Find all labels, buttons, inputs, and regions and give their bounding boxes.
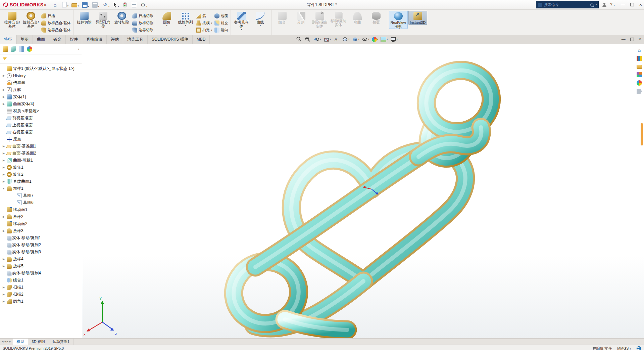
model-3d-heart-knot[interactable]: y x z bbox=[82, 44, 644, 338]
new-document-button[interactable]: ▾ bbox=[60, 1, 70, 8]
reference-geometry-button[interactable]: 参考几何体▾ bbox=[233, 11, 251, 31]
dropdown-arrow[interactable]: ▾ bbox=[260, 24, 261, 27]
custom-properties-icon[interactable] bbox=[637, 89, 642, 94]
sweep-cut-button[interactable]: 扫描切除 bbox=[132, 13, 154, 19]
tree-item-surface-trim1[interactable]: ▶曲面-剪裁1 bbox=[0, 157, 82, 164]
tree-item-loft2[interactable]: ▶放样2 bbox=[0, 213, 82, 220]
dropdown-arrow[interactable]: ▾ bbox=[211, 29, 212, 32]
configurationmanager-tab-icon[interactable] bbox=[19, 46, 24, 52]
tree-item-right-plane[interactable]: 右视基准面 bbox=[0, 129, 82, 136]
tree-item-loft1[interactable]: ▼放样1 bbox=[0, 185, 82, 192]
featuremanager-tab-icon[interactable] bbox=[3, 46, 8, 52]
tab-weldments[interactable]: 焊件 bbox=[66, 35, 82, 44]
expand-arrow-icon[interactable]: ▶ bbox=[2, 293, 5, 296]
extrude-cut-button[interactable]: 拉伸切除 bbox=[75, 11, 93, 24]
tree-item-top-plane[interactable]: 上视基准面 bbox=[0, 122, 82, 129]
section-view-button[interactable]: ▾ bbox=[323, 36, 332, 43]
save-button[interactable]: ▾ bbox=[81, 1, 90, 8]
expand-arrow-icon[interactable]: ▶ bbox=[2, 265, 5, 268]
display-style-button[interactable]: ▾ bbox=[351, 36, 360, 43]
tab-direct-editing[interactable]: 直接编辑 bbox=[82, 35, 107, 44]
undo-button[interactable]: ↺▾ bbox=[101, 1, 111, 8]
logo-flyout-arrow-icon[interactable]: ▶ bbox=[44, 3, 46, 6]
panel-expand-chevron-icon[interactable]: › bbox=[78, 47, 79, 51]
tab-sheet-metal[interactable]: 钣金 bbox=[49, 35, 66, 44]
expand-arrow-icon[interactable]: ▶ bbox=[2, 88, 5, 91]
search-dropdown-arrow-icon[interactable]: ▾ bbox=[596, 3, 597, 6]
tree-item-loft5[interactable]: ▶放样5 bbox=[0, 263, 82, 270]
tab-render-tools[interactable]: 渲染工具 bbox=[123, 35, 148, 44]
expand-arrow-icon[interactable]: ▶ bbox=[2, 102, 5, 105]
tree-item-origin[interactable]: 原点 bbox=[0, 136, 82, 143]
tree-item-body-move-copy2[interactable]: 实体-移动/复制2 bbox=[0, 242, 82, 249]
solidworks-resources-icon[interactable]: ⌂ bbox=[637, 47, 642, 53]
rebuild-button[interactable] bbox=[121, 1, 129, 8]
close-button[interactable]: × bbox=[639, 2, 642, 7]
status-units[interactable]: MMGS ▾ bbox=[617, 346, 631, 350]
extrude-boss-button[interactable]: 拉伸凸台/基体 bbox=[3, 11, 21, 28]
boundary-cut-button[interactable]: 边界切除 bbox=[132, 27, 154, 33]
expand-arrow-icon[interactable]: ▶ bbox=[2, 166, 5, 169]
loft-boss-button[interactable]: 放样凸台/基体 bbox=[41, 20, 71, 26]
tree-item-body-move-copy3[interactable]: 实体-移动/复制3 bbox=[0, 249, 82, 256]
rib-button[interactable]: 筋 bbox=[195, 13, 213, 19]
tree-item-sketch7[interactable]: 草图7 bbox=[0, 192, 82, 199]
maximize-button[interactable] bbox=[630, 3, 634, 6]
tree-item-surface-plane1[interactable]: ▶曲面-基准面1 bbox=[0, 143, 82, 150]
instant3d-button[interactable]: Instant3D bbox=[408, 11, 427, 25]
tree-item-ruled-surface1[interactable]: ▶直纹曲面1 bbox=[0, 178, 82, 185]
scroll-right-icon[interactable]: ▶ bbox=[7, 340, 8, 343]
apply-scene-button[interactable]: ▾ bbox=[380, 36, 389, 43]
tree-item-revolve2[interactable]: ▶旋转2 bbox=[0, 171, 82, 178]
tree-item-body-move-copy1[interactable]: 实体-移动/复制1 bbox=[0, 234, 82, 242]
hide-show-items-button[interactable]: ▾ bbox=[361, 36, 370, 43]
tree-item-solid-bodies[interactable]: ▶实体(1) bbox=[0, 93, 82, 100]
dropdown-arrow[interactable]: ▾ bbox=[241, 28, 242, 31]
displaymanager-tab-icon[interactable] bbox=[27, 46, 32, 52]
tree-item-front-plane[interactable]: 前视基准面 bbox=[0, 115, 82, 122]
expand-arrow-icon[interactable]: ▶ bbox=[2, 159, 5, 162]
revolve-boss-button[interactable]: 旋转凸台/基体 bbox=[22, 11, 40, 28]
expand-arrow-icon[interactable]: ▶ bbox=[2, 258, 5, 261]
tab-features[interactable]: 特征 bbox=[0, 35, 16, 44]
revolve-cut-button[interactable]: 旋转切除 bbox=[113, 11, 131, 24]
graphics-viewport[interactable]: y x z ⌂ bbox=[82, 44, 644, 338]
tree-filter-row[interactable] bbox=[0, 54, 82, 63]
tree-item-revolve1[interactable]: ▶旋转1 bbox=[0, 164, 82, 171]
expand-arrow-icon[interactable]: ▶ bbox=[2, 229, 5, 232]
tree-item-material[interactable]: 材质 <未指定> bbox=[0, 107, 82, 115]
propertymanager-tab-icon[interactable] bbox=[11, 46, 16, 52]
mirror-button[interactable]: 镜向 bbox=[214, 27, 229, 33]
select-button[interactable]: ▾ bbox=[111, 1, 120, 8]
tab-model[interactable]: 模型 bbox=[13, 339, 28, 345]
appearances-icon[interactable] bbox=[637, 80, 642, 86]
scroll-left-icon[interactable]: ◀ bbox=[4, 340, 6, 343]
help-button[interactable]: ? ▾ bbox=[610, 2, 615, 7]
search-icon[interactable] bbox=[590, 3, 594, 7]
doc-close-button[interactable]: × bbox=[639, 37, 641, 42]
dropdown-arrow[interactable]: ▾ bbox=[185, 24, 186, 27]
shell-button[interactable]: 抽壳▾ bbox=[195, 27, 213, 33]
dropdown-arrow[interactable]: ▾ bbox=[166, 24, 167, 27]
doc-restore-button[interactable] bbox=[630, 38, 634, 41]
previous-view-button[interactable]: ▾ bbox=[313, 36, 322, 43]
tab-mbd[interactable]: MBD bbox=[193, 35, 210, 44]
scroll-last-icon[interactable]: ▶ bbox=[9, 340, 11, 343]
tree-item-fillet1[interactable]: ▶圆角1 bbox=[0, 298, 82, 305]
expand-arrow-icon[interactable]: ▶ bbox=[2, 215, 5, 218]
tab-3d-views[interactable]: 3D 视图 bbox=[28, 339, 49, 345]
globe-icon[interactable] bbox=[636, 346, 641, 350]
tree-item-sweep2[interactable]: ▶扫描2 bbox=[0, 291, 82, 298]
tab-surfaces[interactable]: 曲面 bbox=[33, 35, 49, 44]
file-properties-button[interactable] bbox=[130, 1, 138, 8]
tree-item-loft4[interactable]: ▶放样4 bbox=[0, 256, 82, 263]
expand-arrow-icon[interactable]: ▶ bbox=[2, 74, 5, 77]
command-search-box[interactable]: 搜索命令 ▾ bbox=[536, 1, 599, 8]
edit-appearance-button[interactable]: ▾ bbox=[371, 36, 379, 43]
loft-cut-button[interactable]: 放样切割 bbox=[132, 20, 154, 26]
expand-arrow-icon[interactable]: ▶ bbox=[2, 286, 5, 289]
tree-item-sensors[interactable]: 传感器 bbox=[0, 79, 82, 86]
draft-button[interactable]: 拔模▾ bbox=[195, 20, 213, 26]
zoom-fit-button[interactable] bbox=[295, 36, 303, 43]
tree-item-body-move-copy4[interactable]: 实体-移动/复制4 bbox=[0, 270, 82, 277]
